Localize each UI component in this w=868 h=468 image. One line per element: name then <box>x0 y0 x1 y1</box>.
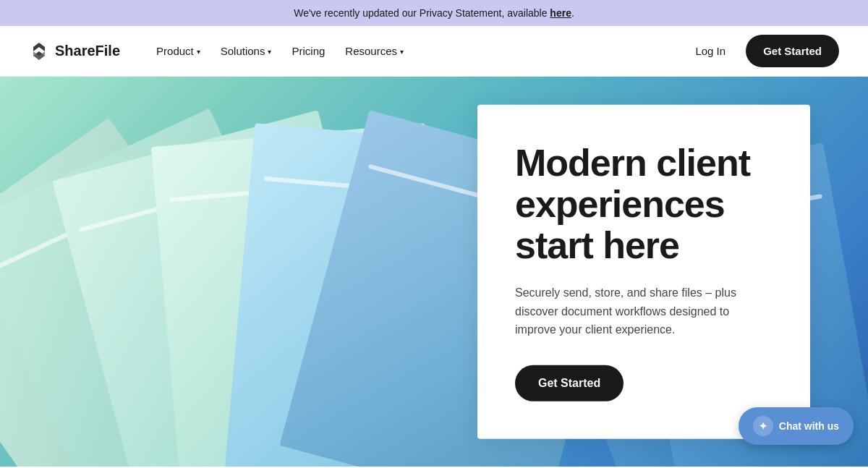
chat-label: Chat with us <box>779 420 839 432</box>
navbar: ShareFile Product ▾ Solutions ▾ Pricing … <box>0 26 868 77</box>
chevron-down-icon: ▾ <box>197 48 200 56</box>
logo-text: ShareFile <box>55 43 120 59</box>
announcement-suffix: . <box>571 7 574 19</box>
hero-card: Modern client experiences start here Sec… <box>477 104 810 438</box>
announcement-text: We've recently updated our Privacy State… <box>294 7 550 19</box>
nav-links: Product ▾ Solutions ▾ Pricing Resources … <box>149 39 411 63</box>
chat-icon: ✦ <box>753 416 773 436</box>
nav-item-pricing[interactable]: Pricing <box>284 39 332 63</box>
nav-item-resources[interactable]: Resources ▾ <box>338 39 411 63</box>
nav-pricing-label: Pricing <box>292 45 325 57</box>
sharefile-logo-icon <box>29 41 49 61</box>
hero-heading: Modern client experiences start here <box>515 142 773 266</box>
nav-item-product[interactable]: Product ▾ <box>149 39 208 63</box>
nav-item-solutions[interactable]: Solutions ▾ <box>213 39 279 63</box>
announcement-bar: We've recently updated our Privacy State… <box>0 0 868 26</box>
hero-get-started-button[interactable]: Get Started <box>515 365 624 401</box>
announcement-link[interactable]: here <box>550 7 571 19</box>
hero-section: Modern client experiences start here Sec… <box>0 77 868 467</box>
nav-solutions-label: Solutions <box>221 45 265 57</box>
nav-product-label: Product <box>156 45 194 57</box>
navbar-left: ShareFile Product ▾ Solutions ▾ Pricing … <box>29 39 411 63</box>
hero-subtext: Securely send, store, and share files – … <box>515 284 773 339</box>
navbar-right: Log In Get Started <box>686 35 839 67</box>
nav-resources-label: Resources <box>345 45 397 57</box>
get-started-button[interactable]: Get Started <box>746 35 839 67</box>
chevron-down-icon: ▾ <box>400 48 404 56</box>
logo[interactable]: ShareFile <box>29 41 120 61</box>
login-button[interactable]: Log In <box>686 39 734 63</box>
chevron-down-icon: ▾ <box>268 48 271 56</box>
chat-button[interactable]: ✦ Chat with us <box>739 407 854 445</box>
